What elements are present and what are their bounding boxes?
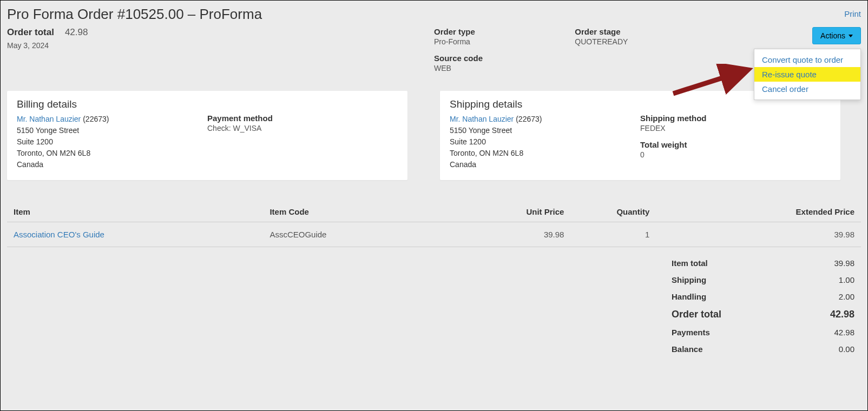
grand-total-label: Order total <box>672 309 721 320</box>
shipping-addr2: Suite 1200 <box>450 136 640 148</box>
billing-id: (22673) <box>83 115 109 123</box>
shipping-country: Canada <box>450 159 640 170</box>
col-unit-price: Unit Price <box>451 202 571 222</box>
actions-button-label: Actions <box>820 31 845 40</box>
print-link[interactable]: Print <box>844 9 861 18</box>
handling-value: 2.00 <box>839 292 854 301</box>
total-weight-value: 0 <box>640 150 831 159</box>
totals-section: Item total 39.98 Shipping 1.00 Handling … <box>672 255 861 357</box>
table-row: Association CEO's Guide AsscCEOGuide 39.… <box>7 222 861 247</box>
caret-down-icon <box>849 35 853 37</box>
actions-dropdown: Convert quote to order Re-issue quote Ca… <box>754 49 861 100</box>
cancel-order-item[interactable]: Cancel order <box>754 82 860 96</box>
item-unit-price: 39.98 <box>451 222 571 247</box>
billing-city: Toronto, ON M2N 6L8 <box>17 148 207 159</box>
shipping-addr1: 5150 Yonge Street <box>450 125 640 136</box>
item-code: AsscCEOGuide <box>263 222 451 247</box>
shipping-card: Shipping details Mr. Nathan Lauzier (226… <box>440 91 840 180</box>
billing-title: Billing details <box>17 98 398 110</box>
source-code-value: WEB <box>434 64 575 72</box>
items-table: Item Item Code Unit Price Quantity Exten… <box>7 202 861 247</box>
order-type-value: Pro-Forma <box>434 37 575 46</box>
billing-country: Canada <box>17 159 207 170</box>
order-date: May 3, 2024 <box>7 41 434 50</box>
shipping-method-label: Shipping method <box>640 114 831 123</box>
item-quantity: 1 <box>570 222 656 247</box>
grand-total-value: 42.98 <box>830 309 854 320</box>
balance-label: Balance <box>672 344 703 354</box>
shipping-id: (22673) <box>516 115 542 123</box>
col-item: Item <box>7 202 263 222</box>
item-link[interactable]: Association CEO's Guide <box>14 230 104 239</box>
order-total-value: 42.98 <box>65 27 88 38</box>
convert-quote-item[interactable]: Convert quote to order <box>754 52 860 67</box>
actions-button[interactable]: Actions <box>812 27 861 44</box>
billing-addr1: 5150 Yonge Street <box>17 125 207 136</box>
col-quantity: Quantity <box>570 202 656 222</box>
col-code: Item Code <box>263 202 451 222</box>
source-code-label: Source code <box>434 54 575 63</box>
order-stage-value: QUOTEREADY <box>575 37 715 46</box>
shipping-city: Toronto, ON M2N 6L8 <box>450 148 640 159</box>
payments-label: Payments <box>672 328 710 337</box>
col-extended: Extended Price <box>656 202 861 222</box>
shipping-title: Shipping details <box>450 98 831 110</box>
payment-method-value: Check: W_VISA <box>207 124 398 132</box>
shipping-label: Shipping <box>672 275 706 284</box>
payment-method-label: Payment method <box>207 114 398 123</box>
shipping-name-link[interactable]: Mr. Nathan Lauzier <box>450 115 514 123</box>
billing-addr2: Suite 1200 <box>17 136 207 148</box>
balance-value: 0.00 <box>839 344 854 354</box>
item-total-value: 39.98 <box>834 258 854 268</box>
billing-name-link[interactable]: Mr. Nathan Lauzier <box>17 115 81 123</box>
order-stage-label: Order stage <box>575 27 715 36</box>
payments-value: 42.98 <box>834 328 854 337</box>
handling-label: Handling <box>672 292 706 301</box>
item-total-label: Item total <box>672 258 708 268</box>
total-weight-label: Total weight <box>640 140 831 149</box>
order-type-label: Order type <box>434 27 575 36</box>
shipping-method-value: FEDEX <box>640 124 831 132</box>
item-extended: 39.98 <box>656 222 861 247</box>
reissue-quote-item[interactable]: Re-issue quote <box>754 67 860 82</box>
billing-card: Billing details Mr. Nathan Lauzier (2267… <box>7 91 407 180</box>
page-title: Pro Forma Order #10525.00 – ProForma <box>7 6 262 23</box>
shipping-value: 1.00 <box>839 275 854 284</box>
order-total-label: Order total <box>7 27 54 38</box>
